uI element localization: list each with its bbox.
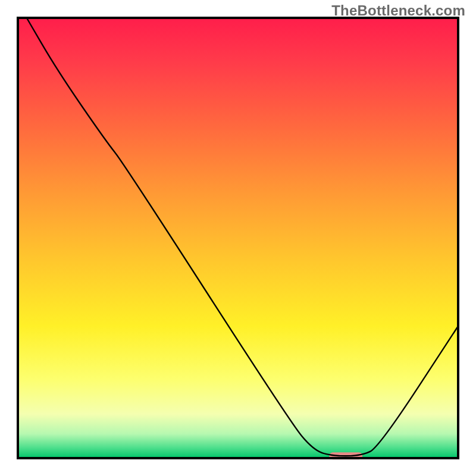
bottleneck-chart xyxy=(0,0,476,476)
gradient-fill xyxy=(18,18,458,458)
chart-stage: TheBottleneck.com xyxy=(0,0,476,476)
watermark-text: TheBottleneck.com xyxy=(331,2,465,19)
plot-area xyxy=(18,18,458,459)
